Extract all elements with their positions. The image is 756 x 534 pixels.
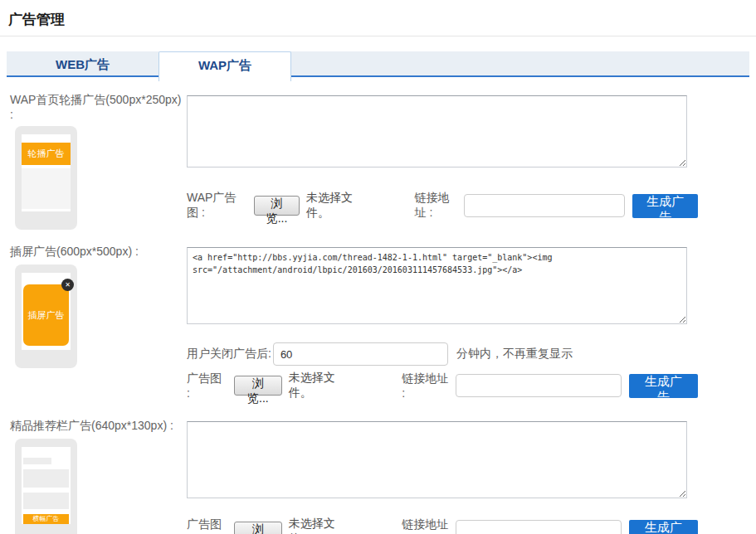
interstitial-section-label: 插屏广告(600px*500px) : [10,245,187,260]
carousel-phone-preview: 轮播广告 [15,126,77,230]
banner-left-column: 精品推荐栏广告(640px*130px) : 横幅广告 [10,417,187,534]
banner-browse-button[interactable]: 浏览... [234,522,282,534]
carousel-browse-button[interactable]: 浏览... [254,196,300,216]
banner-content-placeholder-2 [23,493,69,509]
banner-image-label: 广告图 : [187,517,226,534]
carousel-form-row: WAP广告图 : 浏览... 未选择文件。 链接地址 : 生成广告 [187,191,698,221]
interstitial-link-input[interactable] [456,374,622,397]
page-title: 广告管理 [8,10,756,29]
interstitial-image-label: 广告图 : [187,371,226,400]
carousel-file-status: 未选择文件。 [306,191,368,221]
interstitial-browse-button[interactable]: 浏览... [234,376,282,396]
banner-link-label: 链接地址 : [402,517,451,534]
interstitial-link-label: 链接地址 : [402,371,451,400]
carousel-image-label: WAP广告图 : [187,191,246,221]
close-minutes-suffix: 分钟内，不再重复显示 [456,347,573,362]
header-divider [0,36,756,36]
carousel-code-textarea[interactable] [187,95,687,167]
interstitial-phone-preview: 插屏广告 ✕ [15,265,77,368]
banner-section-label: 精品推荐栏广告(640px*130px) : [10,419,187,434]
section-interstitial-ad: 插屏广告(600px*500px) : 插屏广告 ✕ <a href="http… [10,243,756,400]
carousel-link-input[interactable] [464,194,625,217]
banner-ad-placeholder: 横幅广告 [23,514,69,524]
close-minutes-label: 用户关闭广告后: [187,347,271,362]
carousel-left-column: WAP首页轮播广告(500px*250px) : 轮播广告 [10,91,187,230]
interstitial-form-row: 广告图 : 浏览... 未选择文件。 链接地址 : 生成广告 [187,371,698,400]
banner-phone-screen: 横幅广告 [22,447,71,524]
banner-phone-preview: 横幅广告 [15,439,77,534]
wap-ads-panel: WAP首页轮播广告(500px*250px) : 轮播广告 WAP广告图 : 浏… [0,91,756,534]
banner-file-status: 未选择文件。 [289,517,355,534]
carousel-phone-screen: 轮播广告 [22,134,71,211]
banner-form-row: 广告图 : 浏览... 未选择文件。 链接地址 : 生成广告 [187,517,698,534]
interstitial-generate-button[interactable]: 生成广告 [629,374,698,398]
tab-web-ads[interactable]: WEB广告 [7,51,159,77]
banner-form: 广告图 : 浏览... 未选择文件。 链接地址 : 生成广告 [187,417,698,534]
banner-link-input[interactable] [456,520,622,534]
interstitial-form: <a href="http://bbs.yyjia.com/thread-148… [187,243,698,400]
interstitial-phone-screen: 插屏广告 ✕ [22,273,71,350]
carousel-link-label: 链接地址 : [415,191,461,221]
tab-bar: WEB广告 WAP广告 [7,51,749,82]
carousel-form: WAP广告图 : 浏览... 未选择文件。 链接地址 : 生成广告 [187,91,698,230]
carousel-section-label: WAP首页轮播广告(500px*250px) : [10,93,187,121]
section-banner-ad: 精品推荐栏广告(640px*130px) : 横幅广告 广告图 : 浏览... … [10,417,756,534]
carousel-ad-placeholder: 轮播广告 [22,143,71,165]
carousel-content-placeholder [22,168,71,209]
interstitial-ad-label: 插屏广告 [28,309,65,322]
interstitial-code-textarea[interactable]: <a href="http://bbs.yyjia.com/thread-148… [187,247,687,324]
section-carousel-ad: WAP首页轮播广告(500px*250px) : 轮播广告 WAP广告图 : 浏… [10,91,756,230]
banner-code-textarea[interactable] [187,421,687,498]
interstitial-minutes-row: 用户关闭广告后: 分钟内，不再重复显示 [187,342,698,366]
banner-generate-button[interactable]: 生成广告 [629,520,698,534]
tab-wap-ads[interactable]: WAP广告 [159,51,291,81]
banner-content-placeholder-1 [23,469,69,488]
close-icon: ✕ [61,279,74,291]
interstitial-file-status: 未选择文件。 [289,371,355,400]
carousel-generate-button[interactable]: 生成广告 [632,194,698,218]
banner-title-placeholder [23,458,51,464]
interstitial-ad-placeholder: 插屏广告 ✕ [23,284,69,346]
interstitial-left-column: 插屏广告(600px*500px) : 插屏广告 ✕ [10,243,187,400]
close-minutes-input[interactable] [273,342,448,366]
